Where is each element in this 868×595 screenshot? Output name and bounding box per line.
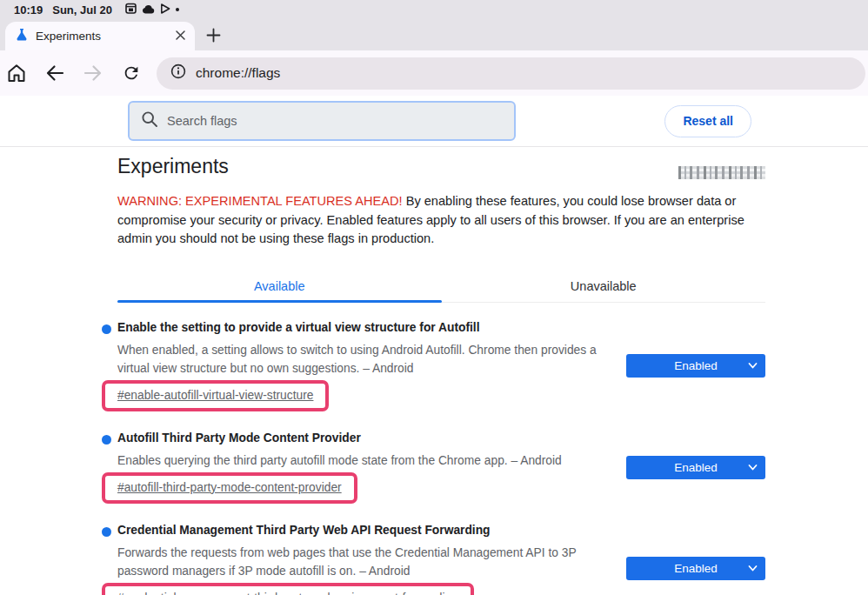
chevron-down-icon — [748, 564, 758, 573]
page-title: Experiments — [117, 155, 229, 178]
back-button[interactable] — [43, 62, 66, 84]
notification-dot-icon — [176, 8, 179, 11]
selected-tab-indicator — [117, 300, 442, 303]
calendar-icon — [125, 3, 137, 17]
browser-toolbar: chrome://flags — [0, 50, 868, 96]
flags-list: Enable the setting to provide a virtual … — [117, 321, 765, 595]
flag-description: When enabled, a setting allows to switch… — [117, 341, 604, 378]
flags-search-row: Reset all — [0, 96, 868, 147]
home-button[interactable] — [5, 62, 28, 84]
flags-page-content: Experiments WARNING: EXPERIMENTAL FEATUR… — [0, 147, 868, 595]
url-text[interactable]: chrome://flags — [196, 65, 280, 81]
version-redacted-blur — [678, 166, 765, 179]
new-tab-button[interactable] — [204, 25, 223, 44]
flag-row-autofill-virtual-view: Enable the setting to provide a virtual … — [117, 321, 765, 411]
flag-bullet-icon — [102, 435, 111, 445]
cloud-icon — [142, 3, 155, 17]
flag-permalink[interactable]: #enable-autofill-virtual-view-structure — [117, 389, 313, 402]
flag-description: Enables querying the third party autofil… — [117, 451, 604, 470]
flags-tabstrip: Available Unavailable — [117, 271, 765, 303]
reset-all-button[interactable]: Reset all — [664, 105, 751, 137]
browser-tab-experiments[interactable]: Experiments — [5, 22, 195, 50]
play-store-icon — [160, 3, 170, 17]
tab-unavailable[interactable]: Unavailable — [442, 271, 766, 302]
flag-state-value: Enabled — [674, 562, 718, 575]
flag-bullet-icon — [102, 324, 111, 334]
search-icon — [141, 110, 158, 131]
chevron-down-icon — [748, 463, 758, 472]
chevron-down-icon — [748, 361, 758, 371]
tab-available[interactable]: Available — [117, 271, 442, 302]
flag-permalink[interactable]: #credential-management-third-party-web-a… — [117, 592, 458, 595]
flag-state-dropdown[interactable]: Enabled — [626, 354, 765, 378]
forward-button[interactable] — [82, 62, 104, 84]
flask-icon — [16, 28, 28, 44]
flag-title: Enable the setting to provide a virtual … — [117, 321, 604, 334]
flag-permalink[interactable]: #autofill-third-party-mode-content-provi… — [117, 481, 342, 494]
page-info-icon[interactable] — [170, 64, 186, 83]
reload-button[interactable] — [120, 62, 143, 84]
flag-link-highlight-box: #autofill-third-party-mode-content-provi… — [102, 472, 357, 504]
flag-link-highlight-box: #enable-autofill-virtual-view-structure — [102, 380, 329, 411]
flag-bullet-icon — [102, 527, 111, 537]
flag-description: Forwards the requests from web pages tha… — [117, 544, 604, 580]
flag-row-credential-management-forwarding: Credential Management Third Party Web AP… — [117, 524, 765, 595]
flag-row-autofill-third-party-mode: Autofill Third Party Mode Content Provid… — [117, 431, 765, 504]
flag-state-dropdown[interactable]: Enabled — [626, 557, 765, 580]
flag-state-dropdown[interactable]: Enabled — [626, 456, 765, 479]
status-icons — [125, 3, 179, 17]
browser-tab-bar: Experiments — [0, 19, 868, 50]
status-date: Sun, Jul 20 — [52, 3, 112, 17]
status-time: 10:19 — [14, 3, 43, 17]
flag-title: Credential Management Third Party Web AP… — [117, 524, 604, 537]
flag-state-value: Enabled — [674, 359, 718, 372]
tab-title: Experiments — [36, 30, 175, 43]
omnibox[interactable]: chrome://flags — [157, 57, 865, 90]
experimental-warning: WARNING: EXPERIMENTAL FEATURES AHEAD! By… — [117, 192, 761, 249]
search-flags-box[interactable] — [128, 101, 516, 141]
flag-title: Autofill Third Party Mode Content Provid… — [117, 431, 604, 445]
status-bar: 10:19 Sun, Jul 20 — [0, 0, 868, 19]
warning-prefix: WARNING: EXPERIMENTAL FEATURES AHEAD! — [117, 194, 403, 208]
flag-state-value: Enabled — [674, 461, 718, 474]
close-tab-icon[interactable] — [175, 29, 186, 44]
flag-link-highlight-box: #credential-management-third-party-web-a… — [102, 583, 474, 595]
search-flags-input[interactable] — [167, 114, 503, 128]
